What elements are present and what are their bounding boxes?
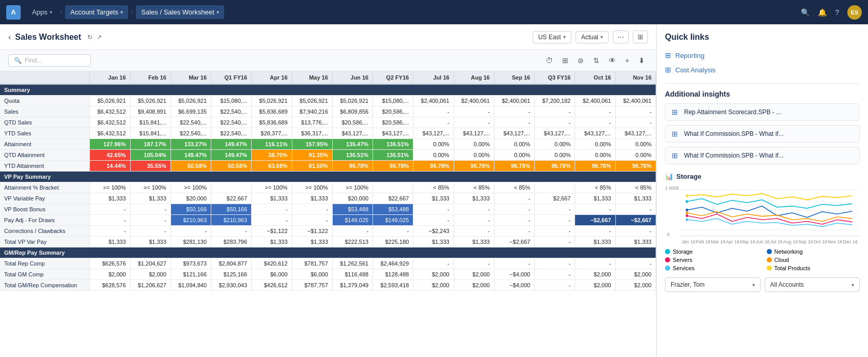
col-header-jul16: Jul 16: [413, 71, 454, 84]
row-cell: -: [454, 106, 494, 117]
legend-services: Services: [665, 265, 758, 271]
table-row: Pay Adj - For Draws--$210,963$210,963--$…: [0, 215, 656, 226]
row-cell: < 85%: [454, 182, 494, 193]
legend-storage: Storage: [665, 249, 758, 255]
row-label: Attainment % Bracket: [0, 182, 90, 193]
row-cell: -: [535, 226, 575, 237]
row-cell: $20,000: [171, 193, 211, 204]
table-row: YTD Sales$6,432,512$15,841,...$22,540,..…: [0, 128, 656, 139]
row-cell: −$2,667: [575, 215, 615, 226]
search-box[interactable]: 🔍 Find...: [8, 54, 91, 67]
row-cell: -: [454, 204, 494, 215]
row-cell: 0.00%: [454, 139, 494, 150]
legend-dot-total: [767, 266, 772, 271]
row-cell: -: [494, 193, 534, 204]
quick-link-cost-analysis[interactable]: ⊞ Cost Analysis: [665, 63, 860, 77]
row-label: Total VP Var Pay: [0, 237, 90, 247]
filter-icon[interactable]: ⊜: [575, 54, 587, 67]
type-selector[interactable]: Actual ▾: [576, 31, 609, 43]
row-cell: $1,094,840: [171, 280, 211, 291]
help-icon[interactable]: ?: [835, 8, 839, 17]
chart-icon: 📊: [665, 173, 673, 180]
nav-account-targets[interactable]: Account Targets ▾: [65, 5, 128, 19]
insight-item-2[interactable]: ⊞ What If Commission.SPB - What if...: [665, 125, 860, 143]
row-cell: $53,488: [373, 204, 413, 215]
row-cell: $53,488: [332, 204, 373, 215]
row-cell: $225,180: [373, 237, 413, 247]
row-cell: -: [494, 215, 534, 226]
row-cell: -: [413, 204, 454, 215]
row-cell: -: [413, 117, 454, 128]
row-cell: 0.00%: [535, 150, 575, 161]
row-cell: 127.96%: [90, 139, 130, 150]
row-cell: -: [535, 106, 575, 117]
insight-item-1[interactable]: ⊞ Rep Attainment Scorecard.SPB - ...: [665, 103, 860, 121]
row-cell: 0.00%: [535, 139, 575, 150]
add-icon[interactable]: +: [622, 54, 632, 67]
row-cell: >= 100%: [292, 182, 332, 193]
left-panel: ‹ Sales Worksheet ↻ ↗ US East ▾ Actual ▾…: [0, 24, 656, 357]
legend-label-cloud: Cloud: [774, 257, 789, 263]
row-cell: 96.78%: [454, 161, 494, 172]
row-cell: $43,127,...: [575, 128, 615, 139]
row-cell: -: [615, 258, 656, 269]
refresh-icon[interactable]: ↻: [87, 34, 92, 41]
row-cell: $1,333: [575, 193, 615, 204]
row-cell: $5,836,689: [252, 106, 292, 117]
svg-point-4: [686, 209, 688, 212]
history-icon[interactable]: ⏱: [542, 54, 556, 67]
row-cell: $2,593,418: [373, 280, 413, 291]
row-cell: -: [130, 226, 171, 237]
row-cell: 136.51%: [373, 139, 413, 150]
toolbar: 🔍 Find... ⏱ ⊞ ⊜ ⇅ 👁 + ⬇: [0, 50, 656, 71]
row-cell: $2,000: [90, 269, 130, 280]
row-cell: $1,204,627: [130, 258, 171, 269]
quick-link-reporting[interactable]: ⊞ Reporting: [665, 48, 860, 63]
region-selector[interactable]: US East ▾: [533, 31, 571, 43]
row-label: VP Variable Pay: [0, 193, 90, 204]
row-cell: 187.17%: [130, 139, 171, 150]
nav-apps[interactable]: Apps ▾: [27, 5, 57, 19]
divider-1: [665, 83, 860, 84]
nav-sales-worksheet[interactable]: Sales / Sales Worksheet ▾: [136, 5, 224, 19]
search-icon[interactable]: 🔍: [801, 8, 810, 17]
insight-item-3[interactable]: ⊞ What If Commission.SPB - What if...: [665, 147, 860, 164]
sales-worksheet-label: Sales / Sales Worksheet: [141, 8, 214, 16]
row-cell: $2,804,877: [211, 258, 252, 269]
col-header-apr16: Apr 16: [252, 71, 292, 84]
row-cell: 116.11%: [252, 139, 292, 150]
row-label: YTD Attainment: [0, 161, 90, 172]
row-cell: -: [535, 215, 575, 226]
account-selector[interactable]: All Accounts ▾: [765, 277, 860, 292]
row-cell: $22,540,...: [211, 106, 252, 117]
row-cell: -: [454, 226, 494, 237]
section-header-row: Summary: [0, 84, 656, 96]
layout-button[interactable]: ⊞: [633, 30, 648, 43]
data-table-wrap[interactable]: Jan 16 Feb 16 Mar 16 Q1 FY16 Apr 16 May …: [0, 71, 656, 357]
table-row: Total VP Var Pay$1,333$1,333$281,130$283…: [0, 237, 656, 247]
apps-chevron: ▾: [50, 9, 52, 15]
grid-icon[interactable]: ⊞: [559, 54, 571, 67]
row-cell: $222,513: [332, 237, 373, 247]
row-cell: −$4,000: [494, 269, 534, 280]
export-icon[interactable]: ⬇: [636, 54, 648, 67]
legend-total-products: Total Products: [767, 265, 860, 271]
col-header-jan16: Jan 16: [90, 71, 130, 84]
back-button[interactable]: ‹: [8, 33, 11, 42]
avatar[interactable]: ES: [847, 5, 862, 20]
row-cell: 0.00%: [615, 150, 656, 161]
col-header-label: [0, 71, 90, 84]
eye-icon[interactable]: 👁: [606, 54, 619, 67]
row-cell: $210,963: [211, 215, 252, 226]
row-cell: -: [535, 117, 575, 128]
person-selector[interactable]: Frazier, Tom ▾: [665, 277, 761, 292]
more-options-button[interactable]: ⋯: [613, 30, 629, 43]
row-cell: 0.00%: [494, 139, 534, 150]
row-cell: $15,841,...: [130, 128, 171, 139]
share-icon[interactable]: ↗: [97, 34, 102, 41]
row-cell: $6,699,135: [171, 106, 211, 117]
sort-icon[interactable]: ⇅: [590, 54, 602, 67]
bell-icon[interactable]: 🔔: [818, 8, 827, 17]
row-cell: $6,809,856: [332, 106, 373, 117]
insight-label-3: What If Commission.SPB - What if...: [684, 152, 784, 159]
